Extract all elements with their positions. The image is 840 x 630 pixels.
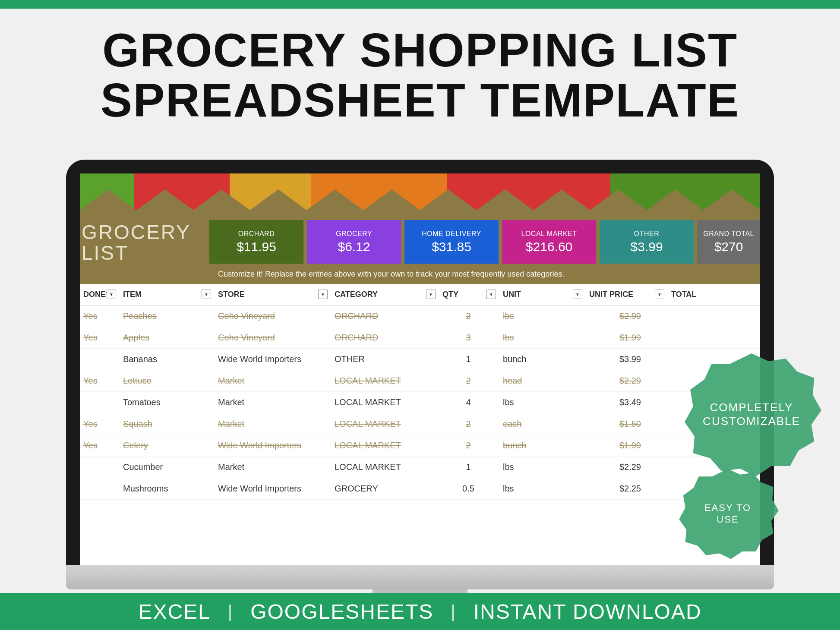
cell-store[interactable]: Market: [214, 456, 330, 478]
cell-total[interactable]: [667, 327, 760, 348]
cell-store[interactable]: Coho Vineyard: [214, 305, 330, 327]
table-row[interactable]: YesApplesCoho VineyardORCHARD3lbs$1.99: [80, 327, 760, 348]
cell-qty[interactable]: 2: [438, 305, 499, 327]
category-amount: $11.95: [212, 239, 301, 254]
cell-unit-price[interactable]: $1.99: [585, 327, 667, 348]
cell-qty[interactable]: 1: [438, 456, 499, 478]
filter-dropdown-button[interactable]: ▼: [655, 290, 664, 299]
cell-category[interactable]: LOCAL MARKET: [330, 391, 438, 413]
category-label: OTHER: [602, 230, 691, 238]
filter-dropdown-button[interactable]: ▼: [107, 290, 116, 299]
column-header[interactable]: DONE?▼: [80, 284, 119, 306]
cell-unit-price[interactable]: $2.99: [585, 305, 667, 327]
column-header[interactable]: TOTAL: [667, 284, 760, 306]
cell-item[interactable]: Mushrooms: [119, 478, 214, 499]
category-total-box: ORCHARD$11.95: [209, 220, 303, 264]
cell-item[interactable]: Lettuce: [119, 370, 214, 391]
filter-dropdown-button[interactable]: ▼: [318, 290, 328, 299]
cell-unit[interactable]: lbs: [499, 305, 585, 327]
cell-category[interactable]: ORCHARD: [330, 305, 438, 327]
page-headline: GROCERY SHOPPING LIST SPREADSHEET TEMPLA…: [0, 25, 840, 125]
cell-item[interactable]: Celery: [119, 435, 214, 456]
filter-dropdown-button[interactable]: ▼: [573, 290, 582, 299]
cell-item[interactable]: Tomatoes: [119, 391, 214, 413]
cell-done[interactable]: Yes: [80, 413, 119, 435]
cell-unit[interactable]: lbs: [499, 478, 585, 499]
cell-done[interactable]: [80, 478, 119, 499]
cell-qty[interactable]: 2: [438, 370, 499, 391]
table-row[interactable]: TomatoesMarketLOCAL MARKET4lbs$3.49: [80, 391, 760, 413]
column-header[interactable]: STORE▼: [214, 284, 330, 306]
cell-store[interactable]: Market: [214, 413, 330, 435]
filter-dropdown-button[interactable]: ▼: [202, 290, 211, 299]
monitor-screen: GROCERY LIST ORCHARD$11.95GROCERY$6.12HO…: [80, 173, 760, 565]
column-header[interactable]: ITEM▼: [119, 284, 214, 306]
category-amount: $3.99: [602, 239, 691, 254]
cell-unit-price[interactable]: $3.99: [585, 348, 667, 370]
cell-qty[interactable]: 0.5: [438, 478, 499, 499]
cell-unit[interactable]: head: [499, 370, 585, 391]
cell-qty[interactable]: 4: [438, 391, 499, 413]
cell-item[interactable]: Peaches: [119, 305, 214, 327]
cell-category[interactable]: OTHER: [330, 348, 438, 370]
cell-category[interactable]: LOCAL MARKET: [330, 456, 438, 478]
table-row[interactable]: MushroomsWide World ImportersGROCERY0.5l…: [80, 478, 760, 499]
cell-total[interactable]: [667, 305, 760, 327]
column-header[interactable]: UNIT PRICE▼: [585, 284, 667, 306]
cell-category[interactable]: ORCHARD: [330, 327, 438, 348]
cell-unit[interactable]: lbs: [499, 327, 585, 348]
cell-store[interactable]: Coho Vineyard: [214, 327, 330, 348]
badge-text-line-2: USE: [711, 514, 745, 525]
column-header[interactable]: CATEGORY▼: [330, 284, 438, 306]
cell-store[interactable]: Wide World Importers: [214, 478, 330, 499]
cell-qty[interactable]: 1: [438, 348, 499, 370]
category-label: LOCAL MARKET: [505, 230, 594, 238]
cell-unit[interactable]: bunch: [499, 435, 585, 456]
cell-unit-price[interactable]: $2.29: [585, 456, 667, 478]
cell-done[interactable]: Yes: [80, 435, 119, 456]
cell-done[interactable]: [80, 391, 119, 413]
cell-category[interactable]: LOCAL MARKET: [330, 413, 438, 435]
table-row[interactable]: BananasWide World ImportersOTHER1bunch$3…: [80, 348, 760, 370]
column-header-label: UNIT: [503, 290, 521, 299]
cell-unit-price[interactable]: $2.25: [585, 478, 667, 499]
cell-item[interactable]: Bananas: [119, 348, 214, 370]
cell-item[interactable]: Squash: [119, 413, 214, 435]
filter-dropdown-button[interactable]: ▼: [486, 290, 496, 299]
table-row[interactable]: YesSquashMarketLOCAL MARKET2each$1.50: [80, 413, 760, 435]
cell-category[interactable]: LOCAL MARKET: [330, 435, 438, 456]
cell-unit[interactable]: lbs: [499, 391, 585, 413]
cell-store[interactable]: Market: [214, 370, 330, 391]
cell-item[interactable]: Cucumber: [119, 456, 214, 478]
cell-unit-price[interactable]: $1.99: [585, 435, 667, 456]
cell-unit-price[interactable]: $1.50: [585, 413, 667, 435]
cell-category[interactable]: LOCAL MARKET: [330, 370, 438, 391]
cell-item[interactable]: Apples: [119, 327, 214, 348]
monitor-mockup: GROCERY LIST ORCHARD$11.95GROCERY$6.12HO…: [66, 160, 774, 628]
table-row[interactable]: YesLettuceMarketLOCAL MARKET2head$2.29: [80, 370, 760, 391]
column-header[interactable]: UNIT▼: [499, 284, 585, 306]
table-row[interactable]: YesCeleryWide World ImportersLOCAL MARKE…: [80, 435, 760, 456]
cell-done[interactable]: [80, 348, 119, 370]
cell-done[interactable]: Yes: [80, 370, 119, 391]
column-header[interactable]: QTY▼: [438, 284, 499, 306]
cell-done[interactable]: Yes: [80, 305, 119, 327]
cell-unit-price[interactable]: $3.49: [585, 391, 667, 413]
cell-qty[interactable]: 2: [438, 435, 499, 456]
cell-qty[interactable]: 3: [438, 327, 499, 348]
cell-store[interactable]: Market: [214, 391, 330, 413]
cell-unit[interactable]: bunch: [499, 348, 585, 370]
cell-store[interactable]: Wide World Importers: [214, 435, 330, 456]
cell-category[interactable]: GROCERY: [330, 478, 438, 499]
cell-unit-price[interactable]: $2.29: [585, 370, 667, 391]
table-row[interactable]: YesPeachesCoho VineyardORCHARD2lbs$2.99: [80, 305, 760, 327]
category-amount: $270: [700, 239, 758, 254]
cell-store[interactable]: Wide World Importers: [214, 348, 330, 370]
cell-done[interactable]: Yes: [80, 327, 119, 348]
table-row[interactable]: CucumberMarketLOCAL MARKET1lbs$2.29: [80, 456, 760, 478]
cell-unit[interactable]: lbs: [499, 456, 585, 478]
cell-qty[interactable]: 2: [438, 413, 499, 435]
filter-dropdown-button[interactable]: ▼: [426, 290, 436, 299]
cell-done[interactable]: [80, 456, 119, 478]
cell-unit[interactable]: each: [499, 413, 585, 435]
